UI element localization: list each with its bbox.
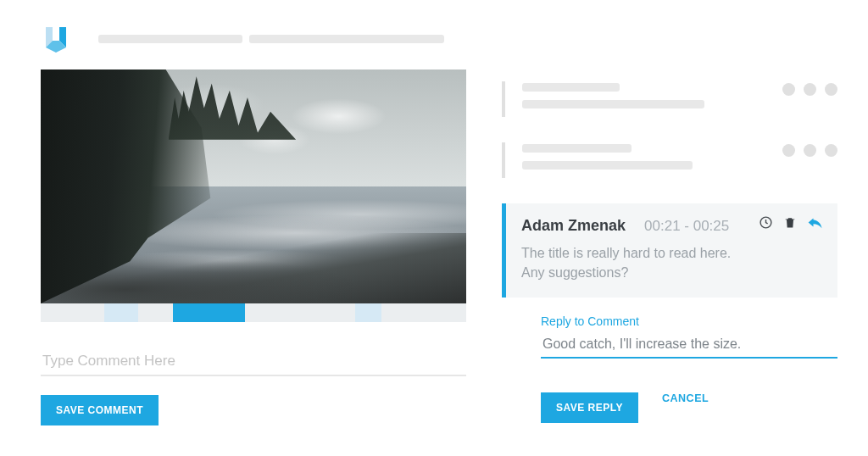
app-header	[41, 24, 444, 54]
trash-icon[interactable]	[783, 215, 797, 233]
comment-author: Adam Zmenak	[521, 217, 626, 235]
video-timeline[interactable]	[41, 303, 466, 322]
new-comment-form: SAVE COMMENT	[41, 348, 466, 425]
reply-form: Reply to Comment SAVE REPLY CANCEL	[502, 298, 837, 423]
reply-input[interactable]	[541, 328, 837, 359]
action-dot-icon	[804, 144, 816, 157]
action-dot-icon	[825, 83, 837, 96]
reply-icon[interactable]	[807, 215, 824, 233]
comment-text-line: Any suggestions?	[521, 263, 822, 282]
cancel-reply-button[interactable]: CANCEL	[662, 392, 709, 404]
app-logo[interactable]	[41, 24, 71, 54]
comment-text-line: The title is really hard to read here.	[521, 243, 822, 263]
save-reply-button[interactable]: SAVE REPLY	[541, 392, 638, 423]
action-dot-icon	[782, 144, 795, 157]
video-panel: SAVE COMMENT	[41, 70, 466, 425]
new-comment-input[interactable]	[41, 348, 466, 376]
action-dot-icon	[782, 83, 795, 96]
comment-item-active[interactable]: Adam Zmenak 00:21 - 00:25 The title is	[502, 203, 837, 298]
clock-icon[interactable]	[759, 215, 773, 233]
comment-skeleton	[502, 81, 837, 117]
reply-label: Reply to Comment	[541, 314, 837, 328]
action-dot-icon	[825, 144, 837, 157]
video-player[interactable]	[41, 70, 466, 303]
comment-timestamp: 00:21 - 00:25	[644, 218, 729, 235]
action-dot-icon	[804, 83, 816, 96]
comments-panel: Adam Zmenak 00:21 - 00:25 The title is	[502, 81, 837, 423]
header-title-skeleton	[98, 35, 444, 43]
save-comment-button[interactable]: SAVE COMMENT	[41, 395, 159, 425]
comment-skeleton	[502, 142, 837, 178]
